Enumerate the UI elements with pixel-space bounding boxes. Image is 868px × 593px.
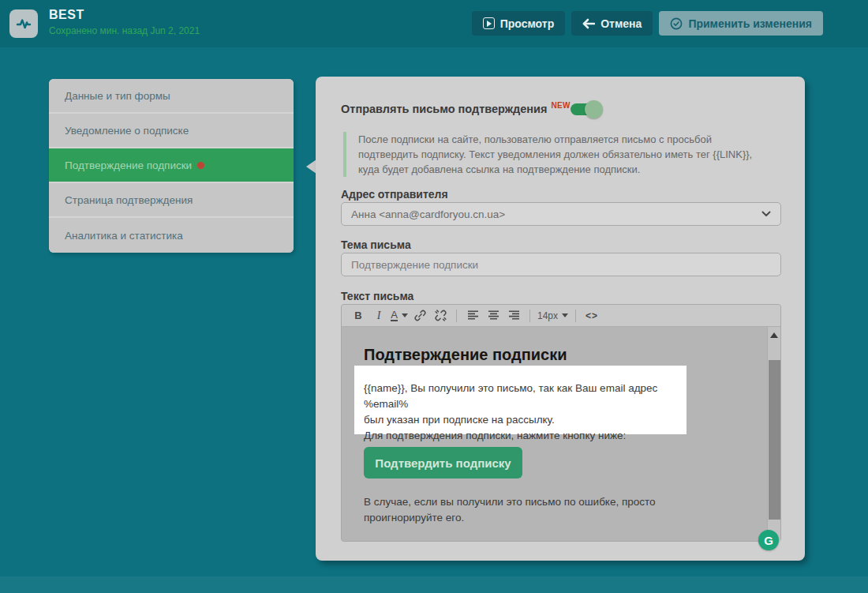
editor-toolbar: B I A <box>342 305 780 327</box>
insert-link-button[interactable] <box>411 307 428 325</box>
align-left-button[interactable] <box>464 307 481 325</box>
cancel-button[interactable]: Отмена <box>571 11 653 36</box>
pulse-icon <box>14 14 33 33</box>
align-center-button[interactable] <box>485 307 502 325</box>
email-heading: Подтверждение подписки <box>364 346 567 364</box>
footer-line: проигнорируйте его. <box>364 510 656 526</box>
check-circle-icon <box>670 17 683 30</box>
grammarly-icon[interactable]: G <box>758 530 779 550</box>
sidebar-item-subscription-confirmation[interactable]: Подтверждение подписки <box>49 148 294 183</box>
unsaved-dot-icon <box>197 162 204 169</box>
paragraph-line: был указан при подписке на рассылку. <box>364 412 687 428</box>
sidebar-item-analytics[interactable]: Аналитика и статистика <box>49 218 294 253</box>
editor-content[interactable]: Подтверждение подписки {{name}}, Вы полу… <box>342 327 780 542</box>
saved-status: Сохранено мин. назад Jun 2, 2021 <box>49 25 200 36</box>
editor-scrollbar[interactable] <box>767 327 780 542</box>
subject-input[interactable] <box>341 253 781 276</box>
toggle-knob <box>585 100 603 118</box>
chevron-down-icon <box>562 313 568 317</box>
sidebar-item-form-data[interactable]: Данные и тип формы <box>49 79 294 114</box>
new-badge: NEW <box>551 101 570 110</box>
bold-button[interactable]: B <box>350 307 367 325</box>
form-editor-page: BEST Сохранено мин. назад Jun 2, 2021 Пр… <box>0 0 868 593</box>
app-logo[interactable] <box>9 9 38 38</box>
arrow-left-icon <box>582 18 595 29</box>
settings-panel: Отправлять письмо подтвержденияNEW После… <box>316 77 805 561</box>
text-color-button[interactable]: A <box>391 307 408 325</box>
chevron-down-icon <box>402 313 408 317</box>
play-icon <box>483 17 495 29</box>
sidebar-item-confirmation-page[interactable]: Страница подтверждения <box>49 183 294 218</box>
sidebar: Данные и тип формы Уведомление о подписк… <box>49 79 294 253</box>
preview-button[interactable]: Просмотр <box>472 11 566 36</box>
sender-select[interactable]: Анна <anna@cardforyou.cn.ua> <box>341 202 781 226</box>
body-label: Текст письма <box>341 290 413 302</box>
apply-changes-button[interactable]: Применить изменения <box>659 11 823 36</box>
subject-label: Тема письма <box>341 238 411 251</box>
scrollbar-thumb[interactable] <box>769 360 780 520</box>
sidebar-item-subscription-notice[interactable]: Уведомление о подписке <box>49 114 294 148</box>
font-size-dropdown[interactable]: 14px <box>537 307 568 325</box>
send-confirmation-row: Отправлять письмо подтвержденияNEW <box>341 101 780 116</box>
email-footer-text: В случае, если вы получили это письмо по… <box>364 494 656 526</box>
paragraph-line: {{name}}, Вы получили это письмо, так ка… <box>364 381 687 412</box>
paragraph-line: Для подтверждения подписки, нажмите кноп… <box>364 428 687 444</box>
send-confirmation-label: Отправлять письмо подтверждения <box>341 103 547 115</box>
scroll-up-icon[interactable] <box>770 332 778 338</box>
source-code-button[interactable]: <> <box>583 307 600 325</box>
send-confirmation-toggle[interactable] <box>571 103 599 115</box>
footer-line: В случае, если вы получили это письмо по… <box>364 494 656 510</box>
highlighted-paragraph[interactable]: {{name}}, Вы получили это письмо, так ка… <box>354 366 687 434</box>
header-bar: BEST Сохранено мин. назад Jun 2, 2021 Пр… <box>0 0 868 47</box>
bottom-strip <box>0 576 868 593</box>
sender-label: Адрес отправителя <box>341 188 448 201</box>
email-body-editor: B I A <box>341 304 781 542</box>
header-actions: Просмотр Отмена Применить изменения <box>472 11 823 36</box>
page-title: BEST <box>49 8 84 22</box>
chevron-down-icon <box>761 211 771 217</box>
confirm-subscription-button[interactable]: Подтвердить подписку <box>364 447 522 479</box>
sender-value: Анна <anna@cardforyou.cn.ua> <box>351 208 505 220</box>
info-note: После подписки на сайте, пользователю от… <box>343 132 773 177</box>
italic-button[interactable]: I <box>370 307 387 325</box>
remove-link-button[interactable] <box>432 307 449 325</box>
align-right-button[interactable] <box>505 307 522 325</box>
